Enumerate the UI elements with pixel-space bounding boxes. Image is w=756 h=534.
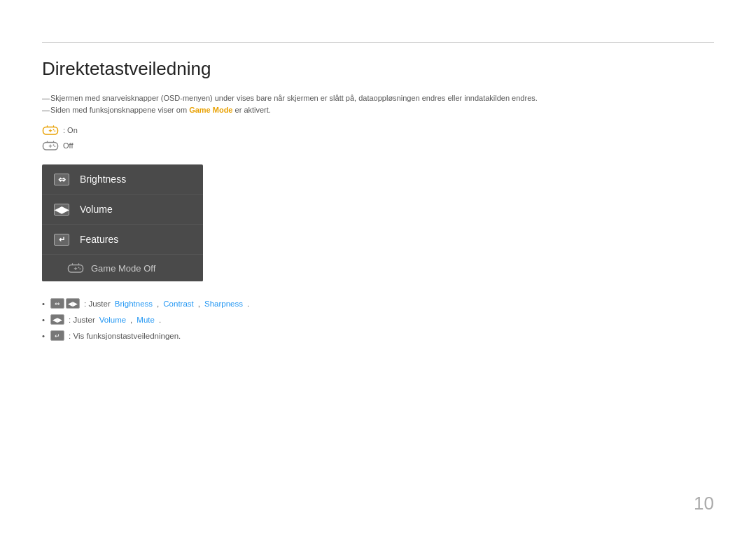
sep2: , bbox=[198, 300, 200, 308]
btn-features-icon: ↵ bbox=[50, 330, 64, 341]
legend-off: Off bbox=[42, 139, 714, 152]
svg-point-3 bbox=[53, 129, 55, 130]
bullet-item-2: • ◀▶ : Juster Volume, Mute. bbox=[42, 314, 714, 325]
btn-volume-icon: ◀▶ bbox=[50, 314, 64, 325]
svg-point-4 bbox=[54, 130, 55, 132]
menu-item-volume[interactable]: ◀▶ Volume bbox=[42, 195, 203, 225]
gamemode-label: Game Mode Off bbox=[91, 263, 155, 274]
svg-point-10 bbox=[53, 144, 55, 146]
gamemode-icon bbox=[67, 262, 84, 274]
brightness-label: Brightness bbox=[80, 174, 126, 185]
features-label: Features bbox=[80, 234, 118, 245]
legend-on: : On bbox=[42, 124, 714, 136]
btn-brightness-icon: ⇔ ◀▶ bbox=[50, 298, 80, 309]
legend-off-label: Off bbox=[63, 141, 73, 150]
bullet-2-prefix: : Juster bbox=[69, 316, 95, 324]
sep3: , bbox=[130, 316, 132, 324]
description-block: Skjermen med snarveisknapper (OSD-menyen… bbox=[42, 94, 714, 114]
bullet-dot-1: • bbox=[42, 300, 45, 308]
link-volume: Volume bbox=[99, 316, 126, 324]
top-divider bbox=[42, 42, 714, 43]
sep1: , bbox=[157, 300, 159, 308]
bullet-dot-2: • bbox=[42, 316, 45, 324]
volume-label: Volume bbox=[80, 204, 113, 215]
bullet-3-text: : Vis funksjonstastveiledningen. bbox=[69, 332, 181, 340]
bullet-item-3: • ↵ : Vis funksjonstastveiledningen. bbox=[42, 330, 714, 341]
volume-icon: ◀▶ bbox=[52, 202, 71, 217]
link-mute: Mute bbox=[136, 316, 155, 324]
svg-point-11 bbox=[54, 146, 55, 147]
highlight-game-mode: Game Mode bbox=[189, 106, 232, 114]
svg-point-17 bbox=[78, 267, 80, 268]
menu-panel: ⇔ Brightness ◀▶ Volume ↵ Features bbox=[42, 164, 203, 281]
bullet-list: • ⇔ ◀▶ : Juster Brightness, Contrast, Sh… bbox=[42, 298, 714, 341]
page-container: Direktetastveiledning Skjermen med snarv… bbox=[0, 0, 756, 534]
desc-line-2: Siden med funksjonsknappene viser om Gam… bbox=[42, 106, 714, 114]
link-brightness: Brightness bbox=[115, 300, 153, 308]
page-title: Direktetastveiledning bbox=[42, 58, 714, 80]
svg-point-18 bbox=[79, 268, 80, 269]
features-icon: ↵ bbox=[52, 232, 71, 247]
bullet-dot-3: • bbox=[42, 332, 45, 340]
period2: . bbox=[159, 316, 161, 324]
icon-legend: : On Off bbox=[42, 124, 714, 152]
brightness-icon: ⇔ bbox=[52, 171, 71, 187]
gamepad-off-icon bbox=[42, 139, 59, 152]
period1: . bbox=[247, 300, 249, 308]
menu-item-brightness[interactable]: ⇔ Brightness bbox=[42, 164, 203, 195]
link-sharpness: Sharpness bbox=[204, 300, 243, 308]
menu-item-gamemode: Game Mode Off bbox=[42, 255, 203, 281]
link-contrast: Contrast bbox=[163, 300, 193, 308]
page-number: 10 bbox=[694, 493, 714, 514]
bullet-item-1: • ⇔ ◀▶ : Juster Brightness, Contrast, Sh… bbox=[42, 298, 714, 309]
bullet-1-prefix: : Juster bbox=[84, 300, 111, 308]
menu-item-features[interactable]: ↵ Features bbox=[42, 225, 203, 255]
gamepad-on-icon bbox=[42, 124, 59, 136]
legend-on-label: : On bbox=[63, 126, 78, 134]
desc-line-1: Skjermen med snarveisknapper (OSD-menyen… bbox=[42, 94, 714, 102]
